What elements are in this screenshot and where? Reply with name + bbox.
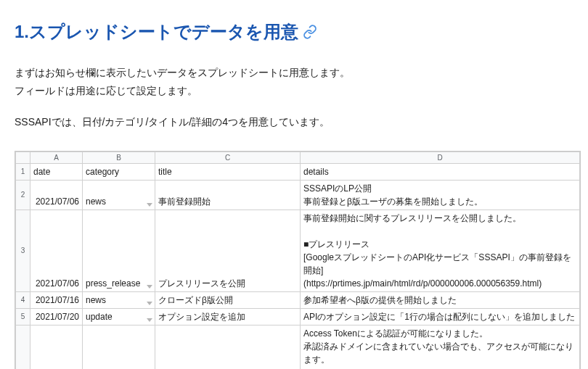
link-icon[interactable]	[303, 25, 317, 39]
table-row: 1 date category title details	[16, 163, 580, 180]
cell-details[interactable]: 事前登録開始に関するプレスリリースを公開しました。 ■プレスリリース [Goog…	[301, 210, 580, 291]
cell-category[interactable]: news	[83, 180, 155, 210]
cell-title-header[interactable]: title	[155, 163, 301, 180]
table-row: 3 2021/07/06 press_release プレスリリースを公開 事前…	[16, 210, 580, 291]
row-number[interactable]: 4	[16, 291, 30, 308]
row-number[interactable]: 1	[16, 163, 30, 180]
cell-category-header[interactable]: category	[83, 163, 155, 180]
intro-paragraph-1: まずはお知らせ欄に表示したいデータをスプレッドシートに用意します。 フィールドは…	[15, 64, 573, 100]
intro-paragraph-2: SSSAPIでは、日付/カテゴリ/タイトル/詳細の4つを用意しています。	[15, 113, 573, 131]
table-row: 2 2021/07/06 news 事前登録開始 SSSAPIのLP公開 事前登…	[16, 180, 580, 210]
chevron-down-icon[interactable]	[147, 203, 152, 207]
column-header[interactable]: C	[155, 152, 301, 163]
cell-category[interactable]: news	[83, 291, 155, 308]
column-header[interactable]: A	[30, 152, 83, 163]
cell-date[interactable]: 2021/07/20	[30, 308, 83, 325]
cell-date[interactable]: 2021/07/06	[30, 210, 83, 291]
row-number[interactable]: 6	[16, 325, 30, 369]
chevron-down-icon[interactable]	[147, 302, 152, 305]
cell-details[interactable]: 参加希望者へβ版の提供を開始しました	[301, 291, 580, 308]
cell-date[interactable]: 2021/07/29	[30, 325, 83, 369]
table-row: 5 2021/07/20 update オプション設定を追加 APIのオプション…	[16, 308, 580, 325]
chevron-down-icon[interactable]	[147, 285, 152, 289]
cell-title[interactable]: プレスリリースを公開	[155, 210, 301, 291]
cell-title[interactable]: オプション設定を追加	[155, 308, 301, 325]
column-header[interactable]: B	[83, 152, 155, 163]
select-all-corner[interactable]	[16, 152, 30, 163]
column-header[interactable]: D	[301, 152, 580, 163]
spreadsheet: A B C D 1 date category title details 2 …	[15, 151, 581, 369]
table-row: 6 2021/07/29 update Access Tokenによる認証に対応…	[16, 325, 580, 369]
cell-title[interactable]: 事前登録開始	[155, 180, 301, 210]
cell-category[interactable]: update	[83, 308, 155, 325]
cell-date-header[interactable]: date	[30, 163, 83, 180]
cell-category[interactable]: update	[83, 325, 155, 369]
row-number[interactable]: 5	[16, 308, 30, 325]
column-header-row: A B C D	[16, 152, 580, 163]
cell-title[interactable]: クローズドβ版公開	[155, 291, 301, 308]
cell-title[interactable]: Access Tokenによる認証に対応	[155, 325, 301, 369]
cell-date[interactable]: 2021/07/16	[30, 291, 83, 308]
cell-details[interactable]: Access Tokenによる認証が可能になりました。 承認済みドメインに含まれ…	[301, 325, 580, 369]
row-number[interactable]: 3	[16, 210, 30, 291]
cell-details[interactable]: SSSAPIのLP公開 事前登録とβ版ユーザの募集を開始しました。	[301, 180, 580, 210]
chevron-down-icon[interactable]	[147, 318, 152, 322]
row-number[interactable]: 2	[16, 180, 30, 210]
cell-details[interactable]: APIのオプション設定に「1行の場合は配列にしない」を追加しました	[301, 308, 580, 325]
cell-category[interactable]: press_release	[83, 210, 155, 291]
table-row: 4 2021/07/16 news クローズドβ版公開 参加希望者へβ版の提供を…	[16, 291, 580, 308]
page-title-text: 1.スプレッドシートでデータを用意	[15, 20, 298, 43]
page-title: 1.スプレッドシートでデータを用意	[15, 20, 573, 43]
cell-details-header[interactable]: details	[301, 163, 580, 180]
cell-date[interactable]: 2021/07/06	[30, 180, 83, 210]
